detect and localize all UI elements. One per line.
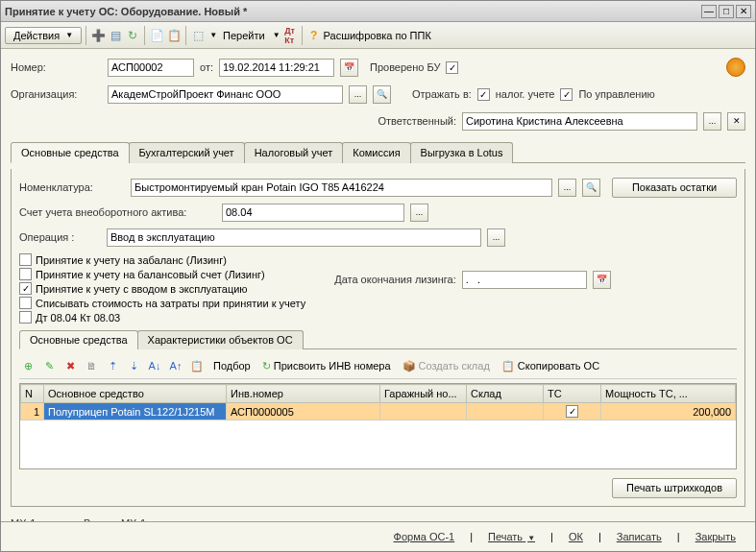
clipboard-icon[interactable]: 📋 (166, 28, 182, 43)
calendar-icon[interactable]: 📅 (340, 59, 358, 77)
grid-create-wh-button[interactable]: 📦 Создать склад (399, 360, 494, 372)
cell-n[interactable]: 1 (21, 403, 44, 420)
structure-icon[interactable]: ⬚ (190, 28, 206, 43)
cell-ts[interactable]: ✓ (544, 403, 601, 420)
cell-garage[interactable] (380, 403, 467, 420)
decode-button[interactable]: Расшифровка по ППК (324, 30, 431, 41)
tab-accounting[interactable]: Бухгалтерский учет (129, 142, 245, 163)
grid-fill-icon[interactable]: 📋 (188, 357, 206, 374)
subtab-os[interactable]: Основные средства (19, 330, 138, 349)
grid-copy-icon[interactable]: 🗎 (83, 357, 100, 374)
ok-button[interactable]: ОК (559, 528, 593, 545)
number-input[interactable] (108, 59, 194, 77)
refresh-icon[interactable]: ↻ (125, 28, 140, 43)
resp-select-icon[interactable]: ... (703, 112, 721, 131)
minimize-button[interactable]: — (701, 5, 717, 18)
os-grid[interactable]: N Основное средство Инв.номер Гаражный н… (20, 384, 736, 420)
upr-checkbox[interactable]: ✓ (560, 88, 573, 101)
tab-os[interactable]: Основные средства (11, 142, 130, 163)
form-os1-button[interactable]: Форма ОС-1 (384, 528, 465, 545)
grid-delete-icon[interactable]: ✖ (61, 357, 79, 374)
tab-lotus[interactable]: Выгрузка в Lotus (410, 142, 514, 163)
cell-inv[interactable]: АСП0000005 (227, 403, 380, 420)
col-wh[interactable]: Склад (467, 385, 544, 403)
add-icon[interactable]: ➕ (90, 28, 106, 43)
col-power[interactable]: Мощность ТС, ... (601, 385, 736, 403)
c1-label: Принятие к учету на забаланс (Лизинг) (36, 254, 227, 266)
close-button[interactable]: ✕ (736, 5, 751, 18)
nomen-select-icon[interactable]: ... (558, 179, 576, 197)
actions-label: Действия (13, 30, 60, 41)
date-input[interactable] (219, 59, 334, 77)
from-label: от: (200, 61, 213, 73)
save-button[interactable]: Записать (607, 528, 671, 545)
grid-edit-icon[interactable]: ✎ (40, 357, 58, 374)
account-input[interactable] (222, 204, 404, 222)
nomen-search-icon[interactable]: 🔍 (582, 179, 600, 197)
list-icon[interactable]: ▤ (108, 28, 123, 43)
report-icon[interactable]: 📄 (149, 28, 164, 43)
org-input[interactable] (108, 85, 343, 104)
actions-button[interactable]: Действия ▼ (5, 27, 82, 44)
dkt-icon[interactable]: ДтКт (282, 28, 298, 43)
operation-select-icon[interactable]: ... (487, 228, 505, 247)
c3-checkbox[interactable]: ✓ (19, 282, 32, 295)
table-row[interactable]: 1 Полуприцеп Potain SL122/1J215M АСП0000… (21, 403, 736, 420)
col-ts[interactable]: ТС (544, 385, 601, 403)
ts-checkbox[interactable]: ✓ (566, 405, 578, 418)
nomen-label: Номенклатура: (19, 181, 125, 193)
c5-label: Дт 08.04 Кт 08.03 (36, 312, 120, 324)
grid-up-icon[interactable]: ⇡ (104, 357, 121, 374)
resp-clear-icon[interactable]: ✕ (727, 112, 745, 131)
grid-sort-desc-icon[interactable]: A↑ (167, 357, 184, 374)
help-icon[interactable]: ? (306, 28, 322, 43)
c3-label: Принятие к учету с вводом в эксплуатацию (36, 283, 248, 295)
print-button[interactable]: Печать ▼ (478, 528, 545, 545)
c5-checkbox[interactable] (19, 311, 32, 324)
org-search-icon[interactable]: 🔍 (373, 85, 391, 104)
tab-tax[interactable]: Налоговый учет (244, 142, 344, 163)
nalog-checkbox[interactable]: ✓ (477, 88, 490, 101)
upr-label: По управлению (578, 88, 654, 100)
goto-button[interactable]: Перейти (223, 30, 265, 41)
cell-wh[interactable] (467, 403, 544, 420)
grid-select-button[interactable]: Подбор (209, 360, 255, 372)
org-label: Организация: (11, 88, 102, 100)
org-select-icon[interactable]: ... (349, 85, 367, 104)
grid-assign-button[interactable]: ↻ Присвоить ИНВ номера (258, 360, 395, 372)
operation-label: Операция : (19, 231, 101, 243)
c1-checkbox[interactable] (19, 253, 32, 266)
grid-add-icon[interactable]: ⊕ (19, 357, 37, 374)
chevron-down-icon[interactable]: ▼ (273, 31, 280, 39)
chevron-down-icon: ▼ (527, 534, 535, 542)
col-inv[interactable]: Инв.номер (227, 385, 380, 403)
tab-commission[interactable]: Комиссия (342, 142, 410, 163)
maximize-button[interactable]: □ (719, 5, 734, 18)
col-n[interactable]: N (21, 385, 44, 403)
cell-name[interactable]: Полуприцеп Potain SL122/1J215M (44, 403, 227, 420)
close-window-button[interactable]: Закрыть (686, 528, 745, 545)
account-select-icon[interactable]: ... (410, 204, 428, 222)
operation-input[interactable] (107, 228, 481, 247)
nomen-input[interactable] (131, 179, 552, 197)
grid-down-icon[interactable]: ⇣ (125, 357, 142, 374)
c4-checkbox[interactable] (19, 297, 32, 309)
show-balance-button[interactable]: Показать остатки (612, 178, 737, 198)
lease-end-input[interactable] (462, 271, 587, 289)
reflect-label: Отражать в: (412, 88, 472, 100)
lease-end-label: Дата окончания лизинга: (334, 274, 456, 285)
subtab-characteristics[interactable]: Характеристики объектов ОС (137, 330, 304, 349)
c2-checkbox[interactable] (19, 268, 32, 280)
grid-sort-asc-icon[interactable]: A↓ (146, 357, 163, 374)
print-barcodes-button[interactable]: Печать штрихкодов (612, 478, 737, 498)
number-label: Номер: (11, 61, 102, 73)
cell-power[interactable]: 200,000 (601, 403, 736, 420)
checked-bu-checkbox[interactable]: ✓ (446, 61, 458, 74)
chevron-down-icon[interactable]: ▼ (209, 31, 217, 39)
col-garage[interactable]: Гаражный но... (380, 385, 467, 403)
globe-icon[interactable] (726, 58, 745, 77)
lease-calendar-icon[interactable]: 📅 (593, 271, 611, 289)
grid-copy-os-button[interactable]: 📋 Скопировать ОС (498, 360, 603, 372)
resp-input[interactable] (462, 112, 697, 131)
col-name[interactable]: Основное средство (44, 385, 227, 403)
